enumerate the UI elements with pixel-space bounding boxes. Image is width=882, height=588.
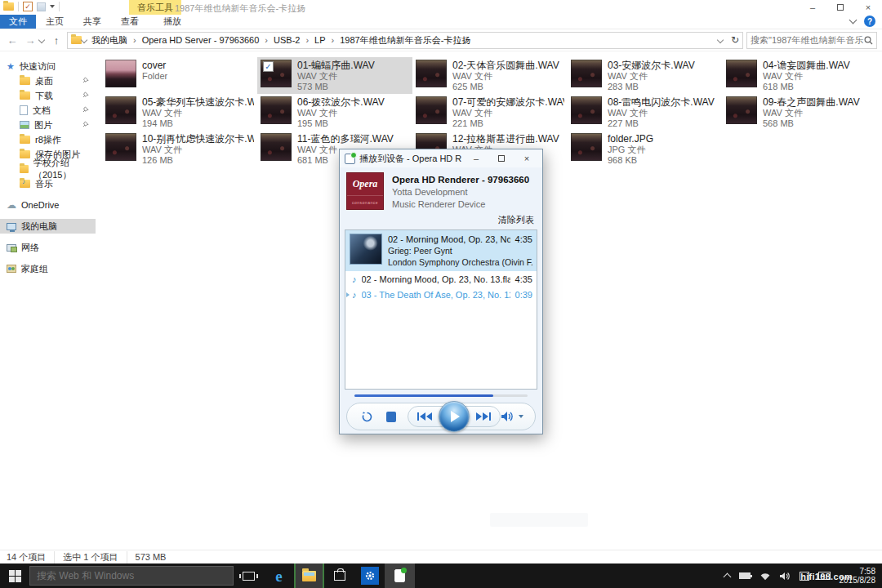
- sidebar-item-this-pc[interactable]: 我的电脑: [0, 219, 96, 234]
- battery-icon[interactable]: [739, 572, 751, 579]
- file-size: 573 MB: [297, 82, 375, 91]
- file-tile-04[interactable]: 04-谵妄圆舞曲.WAVWAV 文件618 MB: [723, 57, 878, 94]
- tray-expand-icon[interactable]: [723, 573, 731, 581]
- refresh-icon[interactable]: ↻: [731, 34, 739, 46]
- new-folder-icon[interactable]: [37, 2, 46, 11]
- sidebar-item-downloads[interactable]: 下载: [0, 88, 96, 103]
- breadcrumb-lp[interactable]: LP: [301, 35, 327, 45]
- tab-play[interactable]: 播放: [154, 15, 191, 29]
- collapse-ribbon-icon[interactable]: [849, 16, 858, 24]
- sidebar-item-homegroup[interactable]: 家庭组: [0, 261, 96, 276]
- file-tile-10[interactable]: 10-别再忧虑快速波尔卡.WAVWAV 文件126 MB: [102, 131, 257, 167]
- back-icon[interactable]: ←: [5, 34, 20, 47]
- tray-speaker-icon[interactable]: [780, 572, 791, 581]
- sidebar-item-desktop[interactable]: 桌面: [0, 74, 96, 88]
- file-tile-09[interactable]: 09-春之声圆舞曲.WAVWAV 文件568 MB: [723, 94, 878, 131]
- volume-caret-icon[interactable]: [519, 415, 523, 418]
- maximize-button[interactable]: [826, 0, 854, 15]
- tab-file[interactable]: 文件: [0, 15, 36, 29]
- previous-button[interactable]: [416, 412, 433, 421]
- tab-home[interactable]: 主页: [36, 15, 74, 29]
- customize-qat-caret-icon[interactable]: [50, 5, 55, 8]
- store-button[interactable]: [324, 564, 354, 588]
- logo-text: Opera: [347, 173, 383, 196]
- start-button[interactable]: [0, 564, 29, 588]
- sidebar-item-music[interactable]: ♪ 音乐: [0, 176, 96, 191]
- playlist-panel[interactable]: 02 - Morning Mood, Op. 23, No. 13.f... 4…: [345, 229, 537, 390]
- wav-thumbnail: [416, 60, 447, 87]
- breadcrumb-usb2[interactable]: USB-2: [261, 35, 301, 45]
- up-icon[interactable]: ↑: [49, 34, 64, 47]
- file-size: 126 MB: [142, 155, 254, 165]
- seek-bar[interactable]: [354, 394, 528, 397]
- sidebar-item-documents[interactable]: 文档: [0, 103, 96, 118]
- explorer-search-input[interactable]: [751, 35, 864, 45]
- selection-checkbox[interactable]: ✓: [263, 61, 274, 72]
- dialog-titlebar[interactable]: 播放到设备 - Opera HD Ren... – ×: [340, 149, 542, 167]
- now-playing-row[interactable]: 02 - Morning Mood, Op. 23, No. 13.f... 4…: [345, 230, 537, 271]
- sidebar-item-r8[interactable]: r8操作: [0, 132, 96, 147]
- playlist-item-active[interactable]: ♪ 03 - The Death Of Ase, Op. 23, No. 12.…: [345, 287, 537, 302]
- file-tile-03[interactable]: 03-安娜波尔卡.WAVWAV 文件283 MB: [568, 57, 723, 94]
- file-explorer-button[interactable]: [294, 564, 324, 588]
- tab-view[interactable]: 查看: [111, 15, 149, 29]
- sidebar-item-quick-access[interactable]: ★ 快速访问: [0, 59, 96, 74]
- next-button[interactable]: [475, 412, 492, 421]
- breadcrumb-computer[interactable]: 我的电脑: [90, 34, 129, 47]
- dialog-close-button[interactable]: ×: [516, 152, 537, 165]
- close-button[interactable]: ×: [854, 0, 882, 15]
- dialog-minimize-button[interactable]: –: [466, 152, 487, 165]
- file-tile-folderjpg[interactable]: folder.JPGJPG 文件968 KB: [568, 131, 723, 167]
- file-name: 07-可爱的安娜波尔卡.WAV: [452, 97, 564, 108]
- playlist-item[interactable]: ♪ 02 - Morning Mood, Op. 23, No. 13.flac…: [345, 271, 537, 287]
- file-size: 625 MB: [452, 82, 559, 91]
- tab-share[interactable]: 共享: [74, 15, 111, 29]
- file-type: Folder: [142, 71, 167, 82]
- properties-icon[interactable]: ✓: [23, 2, 33, 11]
- breadcrumb-album[interactable]: 1987年维也纳新年音乐会-卡拉扬: [327, 34, 473, 47]
- wifi-icon[interactable]: [760, 572, 771, 581]
- recent-locations-caret-icon[interactable]: [38, 37, 45, 43]
- task-view-button[interactable]: [234, 564, 264, 588]
- clear-list-link[interactable]: 清除列表: [498, 215, 534, 225]
- sidebar-item-onedrive[interactable]: ☁ OneDrive: [0, 198, 96, 212]
- file-name: 04-谵妄圆舞曲.WAV: [763, 60, 850, 71]
- stop-button[interactable]: [386, 412, 396, 422]
- edge-button[interactable]: e: [264, 564, 294, 588]
- play-button[interactable]: [439, 401, 470, 432]
- sidebar-label: 下载: [35, 90, 53, 102]
- taskbar-search-box[interactable]: [29, 566, 234, 586]
- forward-icon[interactable]: →: [23, 34, 38, 47]
- explorer-search-box[interactable]: [746, 32, 877, 49]
- taskbar-search-input[interactable]: [37, 570, 226, 581]
- wav-thumbnail: [105, 96, 136, 124]
- file-tile-07[interactable]: 07-可爱的安娜波尔卡.WAVWAV 文件221 MB: [412, 94, 568, 131]
- folder-icon: [20, 150, 30, 158]
- track-name: 02 - Morning Mood, Op. 23, No. 13.flac: [362, 274, 510, 284]
- player-app-button[interactable]: [385, 564, 415, 588]
- file-tile-08[interactable]: 08-雷鸣电闪波尔卡.WAVWAV 文件227 MB: [568, 94, 723, 131]
- repeat-button[interactable]: [359, 411, 375, 423]
- wav-thumbnail: [416, 96, 447, 124]
- music-note-icon: ♪: [352, 274, 357, 284]
- file-tile-02[interactable]: 02-天体音乐圆舞曲.WAVWAV 文件625 MB: [412, 57, 568, 94]
- file-tile-01[interactable]: ✓ 01-蝙蝠序曲.WAVWAV 文件573 MB: [257, 57, 412, 94]
- file-tile-05[interactable]: 05-豪华列车快速波尔卡.WAVWAV 文件194 MB: [102, 94, 257, 131]
- help-icon[interactable]: ?: [864, 16, 875, 27]
- address-bar[interactable]: 我的电脑 Opera HD Server - 97963660 USB-2 LP…: [67, 32, 743, 49]
- wav-thumbnail: [726, 60, 757, 87]
- dialog-maximize-button[interactable]: [491, 152, 512, 165]
- settings-button[interactable]: [354, 564, 385, 588]
- breadcrumb-server[interactable]: Opera HD Server - 97963660: [129, 35, 261, 45]
- address-dropdown-caret-icon[interactable]: [717, 37, 724, 43]
- file-tile-06[interactable]: 06-拨弦波尔卡.WAVWAV 文件195 MB: [257, 94, 412, 131]
- sidebar-item-pictures[interactable]: 图片: [0, 118, 96, 132]
- sidebar-item-school-intro[interactable]: 学校介绍（2015）: [0, 162, 96, 176]
- file-size: 618 MB: [763, 82, 850, 91]
- volume-button[interactable]: [501, 411, 523, 422]
- taskbar: e 7:58 2015/8/28 hifi168.com: [0, 564, 882, 588]
- sidebar-item-network[interactable]: 网络: [0, 240, 96, 255]
- minimize-button[interactable]: –: [799, 0, 826, 15]
- track-duration: 0:39: [515, 290, 532, 300]
- file-tile-cover[interactable]: coverFolder: [102, 57, 257, 94]
